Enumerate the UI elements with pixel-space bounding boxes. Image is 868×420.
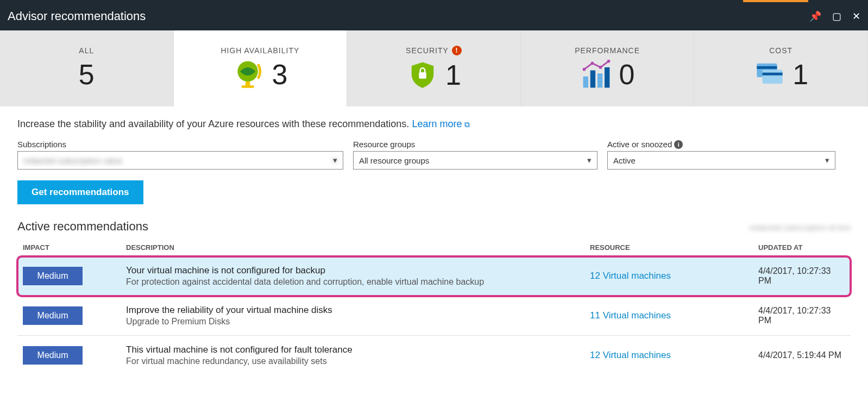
tab-security[interactable]: SECURITY! 1	[347, 30, 521, 106]
page-title: Advisor recommendations	[8, 9, 146, 23]
updated-at: 4/4/2017, 5:19:44 PM	[753, 336, 851, 375]
impact-badge: Medium	[23, 267, 83, 285]
svg-rect-2	[583, 77, 588, 88]
subscription-info-text: redacted subscription id text	[749, 223, 851, 232]
svg-rect-13	[763, 73, 783, 76]
col-impact[interactable]: IMPACT	[17, 239, 121, 256]
shield-icon	[406, 59, 439, 91]
recommendation-title: Improve the reliability of your virtual …	[126, 305, 579, 316]
globe-icon	[232, 58, 265, 91]
recommendation-subtitle: Upgrade to Premium Disks	[126, 317, 579, 327]
svg-rect-11	[757, 66, 777, 69]
table-row[interactable]: Medium Improve the reliability of your v…	[17, 296, 851, 336]
svg-rect-12	[763, 70, 783, 84]
table-header-row: IMPACT DESCRIPTION RESOURCE UPDATED AT	[17, 239, 851, 256]
window-controls: 📌 ▢ ✕	[809, 10, 860, 22]
recommendation-subtitle: For protection against accidental data d…	[126, 277, 579, 287]
table-row[interactable]: Medium This virtual machine is not confi…	[17, 336, 851, 375]
updated-at: 4/4/2017, 10:27:33 PM	[753, 296, 851, 336]
credit-card-icon	[753, 58, 786, 91]
svg-rect-3	[590, 71, 595, 88]
svg-point-7	[590, 62, 594, 65]
tab-count: 5	[79, 58, 95, 91]
tab-all[interactable]: ALL 5	[0, 30, 174, 106]
tab-label: ALL	[79, 46, 94, 55]
impact-badge: Medium	[23, 306, 83, 325]
updated-at: 4/4/2017, 10:27:33 PM	[753, 256, 851, 296]
resource-link[interactable]: 12 Virtual machines	[590, 271, 671, 281]
alert-icon: !	[452, 46, 462, 55]
main-content: Increase the stability and availability …	[0, 106, 868, 387]
recommendation-title: This virtual machine is not configured f…	[126, 344, 579, 355]
tab-label: HIGH AVAILABILITY	[221, 46, 299, 55]
tab-count: 3	[272, 58, 287, 91]
tab-count: 1	[792, 58, 808, 91]
info-icon[interactable]: i	[674, 140, 683, 149]
subscriptions-label: Subscriptions	[17, 140, 343, 149]
title-bar: Advisor recommendations 📌 ▢ ✕	[0, 0, 868, 30]
recommendation-subtitle: For virtual machine redundancy, use avai…	[126, 356, 579, 366]
resource-link[interactable]: 12 Virtual machines	[590, 350, 671, 360]
col-resource[interactable]: RESOURCE	[584, 239, 753, 256]
tab-high-availability[interactable]: HIGH AVAILABILITY 3	[174, 30, 348, 106]
active-snoozed-select[interactable]: Active	[607, 151, 835, 170]
external-link-icon: ⧉	[464, 120, 470, 129]
svg-point-6	[582, 68, 586, 71]
col-updated[interactable]: UPDATED AT	[753, 239, 851, 256]
category-tabs: ALL 5 HIGH AVAILABILITY 3 SECURITY! 1 PE…	[0, 30, 868, 106]
tab-label: COST	[769, 46, 792, 55]
chart-icon	[580, 58, 613, 91]
impact-badge: Medium	[23, 346, 83, 365]
maximize-icon[interactable]: ▢	[832, 10, 841, 22]
svg-point-8	[599, 66, 602, 69]
close-icon[interactable]: ✕	[852, 10, 860, 22]
description-text: Increase the stability and availability …	[17, 118, 851, 130]
subscriptions-select[interactable]: redacted subscription value	[17, 151, 343, 170]
table-row[interactable]: Medium Your virtual machine is not confi…	[17, 256, 851, 296]
resource-groups-label: Resource groups	[353, 140, 597, 149]
tab-performance[interactable]: PERFORMANCE 0	[521, 30, 695, 106]
tab-count: 0	[619, 58, 635, 91]
tab-count: 1	[445, 59, 461, 91]
active-snoozed-label: Active or snoozed i	[607, 140, 835, 149]
resource-groups-select[interactable]: All resource groups	[353, 151, 597, 170]
tab-label: PERFORMANCE	[575, 46, 640, 55]
recommendation-title: Your virtual machine is not configured f…	[126, 265, 579, 276]
active-recommendations-heading: Active recommendations	[17, 220, 148, 234]
svg-rect-5	[605, 67, 609, 88]
resource-link[interactable]: 11 Virtual machines	[590, 310, 671, 321]
tab-cost[interactable]: COST 1	[694, 30, 868, 106]
get-recommendations-button[interactable]: Get recommendations	[17, 180, 143, 204]
svg-rect-4	[597, 73, 602, 87]
filter-row: Subscriptions redacted subscription valu…	[17, 140, 851, 170]
col-description[interactable]: DESCRIPTION	[121, 239, 584, 256]
svg-rect-1	[419, 72, 426, 79]
svg-point-9	[607, 60, 610, 63]
learn-more-link[interactable]: Learn more ⧉	[412, 118, 470, 129]
tab-label: SECURITY!	[406, 46, 462, 55]
pin-icon[interactable]: 📌	[809, 10, 821, 22]
recommendations-table: IMPACT DESCRIPTION RESOURCE UPDATED AT M…	[17, 239, 851, 375]
